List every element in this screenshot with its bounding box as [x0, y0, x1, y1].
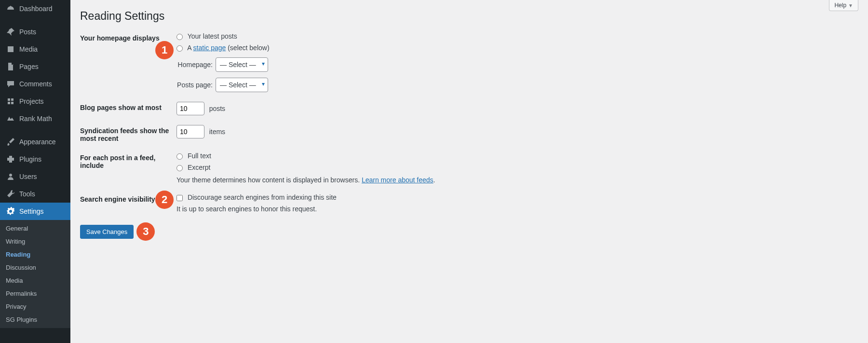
label-blog-pages: Blog pages show at most	[80, 102, 176, 111]
sidebar-item-projects[interactable]: Projects	[0, 93, 70, 110]
submenu-permalinks[interactable]: Permalinks	[0, 287, 70, 300]
search-engine-note: It is up to search engines to honor this…	[176, 205, 858, 213]
save-changes-button[interactable]: Save Changes	[80, 225, 134, 239]
annotation-badge-2: 2	[155, 191, 174, 209]
sidebar-item-comments[interactable]: Comments	[0, 75, 70, 93]
dashboard-icon	[6, 4, 15, 14]
sidebar-item-plugins[interactable]: Plugins	[0, 151, 70, 168]
blog-pages-suffix: posts	[209, 105, 225, 112]
label-syndication: Syndication feeds show the most recent	[80, 125, 176, 142]
row-syndication: Syndication feeds show the most recent i…	[80, 125, 858, 142]
sidebar-item-appearance[interactable]: Appearance	[0, 133, 70, 151]
help-tab[interactable]: Help ▼	[829, 0, 858, 11]
radio-excerpt[interactable]	[176, 165, 183, 171]
sidebar-item-label: Pages	[19, 63, 39, 70]
chevron-down-icon: ▼	[848, 3, 853, 8]
help-label: Help	[834, 2, 846, 9]
homepage-select[interactable]: — Select —	[216, 57, 268, 72]
page-title: Reading Settings	[80, 10, 858, 23]
checkbox-discourage-label[interactable]: Discourage search engines from indexing …	[176, 193, 858, 201]
posts-page-select[interactable]: — Select —	[216, 78, 268, 92]
comment-icon	[6, 79, 15, 89]
sidebar-item-label: Projects	[19, 97, 44, 105]
label-feed-include: For each post in a feed, include	[80, 152, 176, 169]
checkbox-discourage-text: Discourage search engines from indexing …	[188, 193, 337, 201]
row-feed-include: For each post in a feed, include Full te…	[80, 152, 858, 184]
sidebar-item-tools[interactable]: Tools	[0, 185, 70, 203]
media-icon	[6, 44, 15, 54]
learn-more-feeds-link[interactable]: Learn more about feeds	[362, 176, 434, 184]
sidebar-item-label: Appearance	[19, 138, 56, 146]
radio-latest-posts-label[interactable]: Your latest posts	[176, 32, 858, 40]
sidebar-item-label: Posts	[19, 28, 36, 36]
posts-page-select-label: Posts page:	[176, 81, 213, 89]
radio-static-prefix: A	[187, 44, 193, 52]
admin-sidebar: Dashboard Posts Media Pages Comments Pro…	[0, 0, 70, 343]
annotation-badge-3: 3	[136, 222, 155, 241]
posts-page-select-value: — Select —	[220, 81, 256, 89]
sidebar-item-label: Users	[19, 173, 37, 180]
plugin-icon	[6, 154, 15, 164]
pin-icon	[6, 27, 15, 37]
radio-full-text[interactable]	[176, 153, 183, 160]
sidebar-item-label: Comments	[19, 80, 52, 88]
row-search-engine: Search engine visibility 2 Discourage se…	[80, 193, 858, 213]
row-homepage-displays: Your homepage displays 1 Your latest pos…	[80, 32, 858, 92]
main-content: Help ▼ Reading Settings Your homepage di…	[70, 0, 868, 343]
radio-latest-posts[interactable]	[176, 34, 183, 40]
sidebar-item-dashboard[interactable]: Dashboard	[0, 0, 70, 17]
radio-excerpt-text: Excerpt	[188, 164, 210, 171]
syndication-suffix: items	[209, 128, 225, 136]
gear-icon	[6, 206, 15, 216]
row-save: Save Changes 3	[80, 222, 858, 241]
radio-full-text-label[interactable]: Full text	[176, 152, 858, 160]
checkbox-discourage[interactable]	[176, 195, 183, 201]
sidebar-item-pages[interactable]: Pages	[0, 58, 70, 75]
submenu-reading[interactable]: Reading	[0, 248, 70, 261]
sidebar-item-settings[interactable]: Settings	[0, 203, 70, 220]
homepage-select-value: — Select —	[220, 61, 256, 69]
submenu-sg-plugins[interactable]: SG Plugins	[0, 313, 70, 326]
feed-note-prefix: Your theme determines how content is dis…	[176, 176, 362, 184]
radio-full-text-text: Full text	[188, 152, 211, 160]
sidebar-item-media[interactable]: Media	[0, 41, 70, 58]
submenu-writing[interactable]: Writing	[0, 235, 70, 248]
feed-note-suffix: .	[434, 176, 435, 184]
submenu-general[interactable]: General	[0, 222, 70, 235]
syndication-input[interactable]	[176, 125, 204, 138]
submenu-privacy[interactable]: Privacy	[0, 300, 70, 313]
blog-pages-input[interactable]	[176, 102, 204, 115]
submenu-media[interactable]: Media	[0, 274, 70, 287]
sidebar-item-posts[interactable]: Posts	[0, 23, 70, 41]
tool-icon	[6, 189, 15, 199]
sidebar-item-rank-math[interactable]: Rank Math	[0, 110, 70, 127]
static-page-link[interactable]: static page	[193, 44, 226, 52]
annotation-badge-1: 1	[155, 41, 174, 59]
sidebar-item-users[interactable]: Users	[0, 168, 70, 185]
sidebar-item-label: Tools	[19, 190, 35, 198]
rankmath-icon	[6, 114, 15, 123]
sidebar-item-label: Dashboard	[19, 5, 53, 13]
user-icon	[6, 172, 15, 181]
radio-excerpt-label[interactable]: Excerpt	[176, 164, 858, 171]
sidebar-item-label: Rank Math	[19, 115, 52, 123]
sidebar-item-label: Plugins	[19, 155, 41, 163]
homepage-select-label: Homepage:	[176, 61, 213, 69]
sidebar-item-label: Settings	[19, 207, 44, 215]
row-blog-pages: Blog pages show at most posts	[80, 102, 858, 115]
submenu-discussion[interactable]: Discussion	[0, 261, 70, 274]
page-icon	[6, 62, 15, 71]
feed-note: Your theme determines how content is dis…	[176, 176, 858, 184]
settings-submenu: General Writing Reading Discussion Media…	[0, 220, 70, 328]
brush-icon	[6, 137, 15, 147]
sidebar-item-label: Media	[19, 45, 38, 53]
project-icon	[6, 96, 15, 106]
radio-static-suffix: (select below)	[226, 44, 269, 52]
label-homepage-displays: Your homepage displays	[80, 32, 176, 42]
radio-latest-posts-text: Your latest posts	[188, 32, 237, 40]
radio-static-page-label[interactable]: A static page (select below)	[176, 44, 858, 52]
radio-static-page[interactable]	[176, 45, 183, 52]
